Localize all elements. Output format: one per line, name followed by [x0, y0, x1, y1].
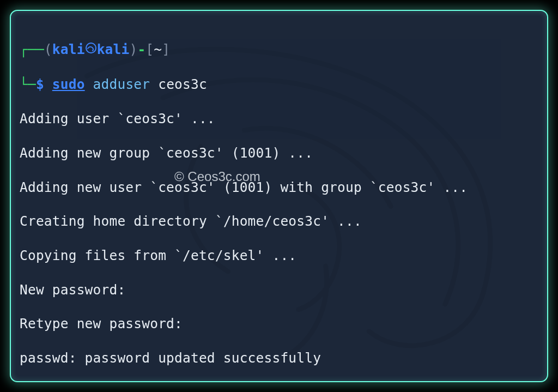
terminal-content[interactable]: ┌──(kalikali)-[~] └─$ sudo adduser ceos3… [11, 11, 547, 382]
cmd-argument: ceos3c [150, 76, 207, 92]
output-line: Adding new user `ceos3c' (1001) with gro… [20, 179, 538, 196]
output-line: Retype new password: [20, 315, 538, 332]
output-line: New password: [20, 281, 538, 298]
terminal-window: ┌──(kalikali)-[~] └─$ sudo adduser ceos3… [10, 10, 548, 382]
cmd-adduser: adduser [85, 76, 150, 92]
kali-logo-icon [85, 41, 97, 58]
output-line: Adding user `ceos3c' ... [20, 110, 538, 127]
output-line: Adding new group `ceos3c' (1001) ... [20, 144, 538, 161]
output-line: passwd: password updated successfully [20, 349, 538, 366]
cwd: ~ [154, 41, 162, 57]
prompt-line-1: ┌──(kalikali)-[~] [20, 41, 538, 59]
prompt-line-2: └─$ sudo adduser ceos3c [20, 76, 538, 93]
cmd-sudo: sudo [52, 76, 85, 92]
output-line: Copying files from `/etc/skel' ... [20, 247, 538, 264]
output-line: Creating home directory `/home/ceos3c' .… [20, 213, 538, 230]
